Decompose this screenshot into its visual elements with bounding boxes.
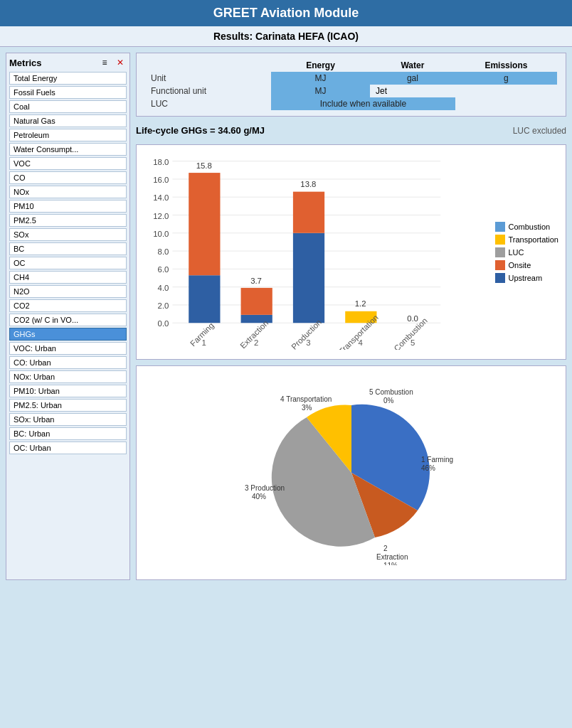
sidebar-item-co[interactable]: CO (9, 171, 127, 184)
row-luc-empty (455, 97, 557, 110)
ghg-bar: Life-cycle GHGs = 34.60 g/MJ LUC exclude… (136, 122, 566, 139)
bar-chart-svg-element: 18.0 16.0 14.0 12.0 10.0 8.0 6.0 4.0 2.0… (144, 152, 485, 350)
pie-label-combustion: 5 Combustion (369, 388, 413, 396)
row-fu-water: Jet (370, 85, 557, 97)
sidebar-item-oc[interactable]: OC (9, 257, 127, 269)
svg-text:18.0: 18.0 (153, 158, 169, 166)
legend-luc-color (495, 247, 505, 257)
svg-text:3: 3 (306, 338, 310, 347)
bar3-upstream (293, 233, 324, 323)
sidebar-item-bc__urban[interactable]: BC: Urban (9, 427, 127, 440)
svg-text:2: 2 (254, 338, 258, 347)
legend-transportation-color (495, 235, 505, 245)
sidebar-item-sox[interactable]: SOx (9, 228, 127, 241)
app-header: GREET Aviation Module (0, 0, 572, 26)
sidebar-item-bc[interactable]: BC (9, 242, 127, 255)
pie-label-transportation: 4 Transportation (280, 395, 332, 403)
sidebar-items-list: Total EnergyFossil FuelsCoalNatural GasP… (9, 72, 127, 454)
legend-luc-label: LUC (508, 248, 524, 257)
bar2-onsite (241, 288, 272, 315)
sidebar-item-voc[interactable]: VOC (9, 157, 127, 170)
sidebar-item-coal[interactable]: Coal (9, 100, 127, 113)
sub-header: Results: Carinata HEFA (ICAO) (0, 26, 572, 47)
sidebar-title: Metrics (9, 58, 42, 68)
legend-combustion-color (495, 222, 505, 232)
svg-text:4.0: 4.0 (158, 284, 169, 292)
legend-onsite-color (495, 260, 505, 270)
row-luc-label: LUC (145, 97, 271, 110)
clear-icon[interactable]: ✕ (114, 56, 127, 69)
sidebar-item-fossil_fuels[interactable]: Fossil Fuels (9, 86, 127, 99)
sidebar-item-pm10[interactable]: PM10 (9, 200, 127, 213)
sidebar: Metrics ≡ ✕ Total EnergyFossil FuelsCoal… (6, 53, 130, 580)
legend-onsite-label: Onsite (508, 261, 531, 269)
sidebar-item-petroleum[interactable]: Petroleum (9, 129, 127, 141)
bar3-onsite (293, 192, 324, 233)
svg-text:14.0: 14.0 (153, 193, 169, 202)
metrics-table: Energy Water Emissions Unit MJ gal g Fun… (145, 59, 557, 110)
bar-legend: Combustion Transportation LUC Onsite (488, 152, 558, 352)
sidebar-icons: ≡ ✕ (98, 56, 127, 69)
sidebar-item-ghgs[interactable]: GHGs (9, 328, 127, 341)
app-title: GREET Aviation Module (213, 6, 359, 20)
sidebar-item-voc__urban[interactable]: VOC: Urban (9, 342, 127, 355)
bar-chart-container: 18.0 16.0 14.0 12.0 10.0 8.0 6.0 4.0 2.0… (136, 144, 566, 360)
bar2-upstream (241, 315, 272, 323)
metrics-table-container: Energy Water Emissions Unit MJ gal g Fun… (136, 53, 566, 117)
svg-text:12.0: 12.0 (153, 212, 169, 220)
pie-chart-svg: 1 Farming 46% 2 Extraction 11% 3 Product… (231, 380, 472, 565)
sidebar-item-water_consumpt___[interactable]: Water Consumpt... (9, 143, 127, 156)
row-unit-water: gal (370, 72, 455, 85)
legend-upstream: Upstream (495, 273, 558, 283)
svg-text:1.2: 1.2 (355, 299, 366, 308)
right-panel: Energy Water Emissions Unit MJ gal g Fun… (136, 53, 566, 580)
row-fu-label: Functional unit (145, 85, 271, 97)
row-fu-energy: MJ (271, 85, 370, 97)
sidebar-item-ch4[interactable]: CH4 (9, 271, 127, 284)
sidebar-item-pm2_5[interactable]: PM2.5 (9, 214, 127, 227)
sidebar-item-sox__urban[interactable]: SOx: Urban (9, 413, 127, 426)
row-unit-emissions: g (455, 72, 557, 85)
ghg-value: Life-cycle GHGs = 34.60 g/MJ (136, 125, 265, 136)
svg-text:15.8: 15.8 (196, 161, 212, 170)
sidebar-item-pm10__urban[interactable]: PM10: Urban (9, 385, 127, 397)
legend-transportation: Transportation (495, 235, 558, 245)
svg-text:1: 1 (202, 338, 206, 347)
sidebar-item-natural_gas[interactable]: Natural Gas (9, 114, 127, 127)
legend-upstream-color (495, 273, 505, 283)
row-unit-label: Unit (145, 72, 271, 85)
pie-chart-area: 1 Farming 46% 2 Extraction 11% 3 Product… (144, 373, 558, 572)
sidebar-item-co2[interactable]: CO2 (9, 299, 127, 312)
svg-text:0.0: 0.0 (158, 319, 169, 328)
legend-luc: LUC (495, 247, 558, 257)
bar1-onsite (189, 173, 220, 275)
svg-text:6.0: 6.0 (158, 265, 169, 274)
sidebar-item-co__urban[interactable]: CO: Urban (9, 356, 127, 369)
legend-combustion: Combustion (495, 222, 558, 232)
svg-text:13.8: 13.8 (300, 180, 316, 188)
sidebar-item-nox[interactable]: NOx (9, 186, 127, 198)
legend-onsite: Onsite (495, 260, 558, 270)
svg-text:2.0: 2.0 (158, 301, 169, 310)
bar-chart-area: 18.0 16.0 14.0 12.0 10.0 8.0 6.0 4.0 2.0… (144, 152, 558, 352)
sidebar-item-total_energy[interactable]: Total Energy (9, 72, 127, 85)
pie-label-farming: 1 Farming (421, 456, 453, 464)
sidebar-item-pm2_5__urban[interactable]: PM2.5: Urban (9, 399, 127, 412)
ghg-note: LUC excluded (513, 126, 566, 136)
pie-label-production: 3 Production (245, 484, 285, 492)
filter-icon[interactable]: ≡ (98, 56, 111, 69)
pie-pct-farming: 46% (421, 464, 435, 472)
pie-pct2-extraction: 11% (383, 562, 398, 565)
sidebar-item-nox__urban[interactable]: NOx: Urban (9, 370, 127, 383)
pie-pct-transportation: 3% (302, 404, 312, 412)
sidebar-item-co2__w__c_in_vo___[interactable]: CO2 (w/ C in VO... (9, 314, 127, 326)
pie-pct-production: 40% (252, 493, 266, 500)
svg-text:5: 5 (411, 338, 415, 347)
svg-text:10.0: 10.0 (153, 230, 169, 238)
svg-text:8.0: 8.0 (158, 247, 169, 256)
pie-label-extraction: 2 (383, 545, 388, 552)
bar-chart-svg: 18.0 16.0 14.0 12.0 10.0 8.0 6.0 4.0 2.0… (144, 152, 485, 352)
pie-chart-container: 1 Farming 46% 2 Extraction 11% 3 Product… (136, 365, 566, 580)
sidebar-item-oc__urban[interactable]: OC: Urban (9, 441, 127, 454)
sidebar-item-n2o[interactable]: N2O (9, 285, 127, 298)
